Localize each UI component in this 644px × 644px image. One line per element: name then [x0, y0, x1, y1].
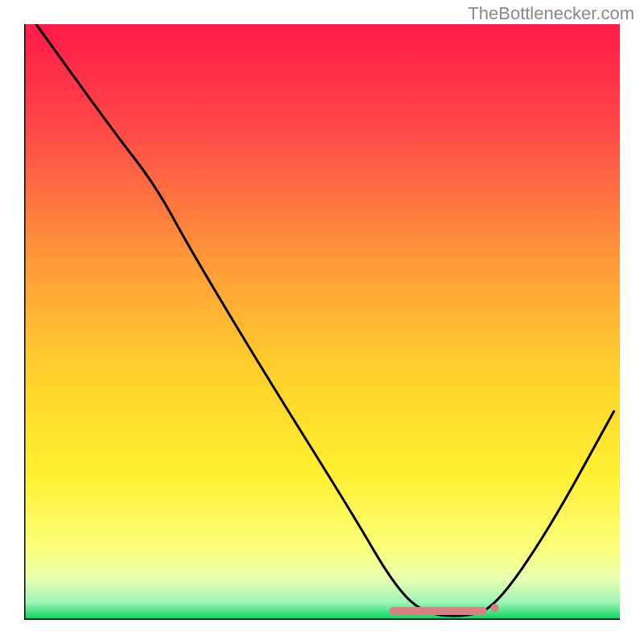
watermark-text: TheBottlenecker.com: [468, 3, 634, 24]
chart-svg: [24, 24, 620, 620]
gradient-background: [24, 24, 620, 620]
plot-area: [24, 24, 620, 620]
chart-container: TheBottlenecker.com: [0, 0, 644, 644]
highlight-dot: [491, 604, 499, 612]
